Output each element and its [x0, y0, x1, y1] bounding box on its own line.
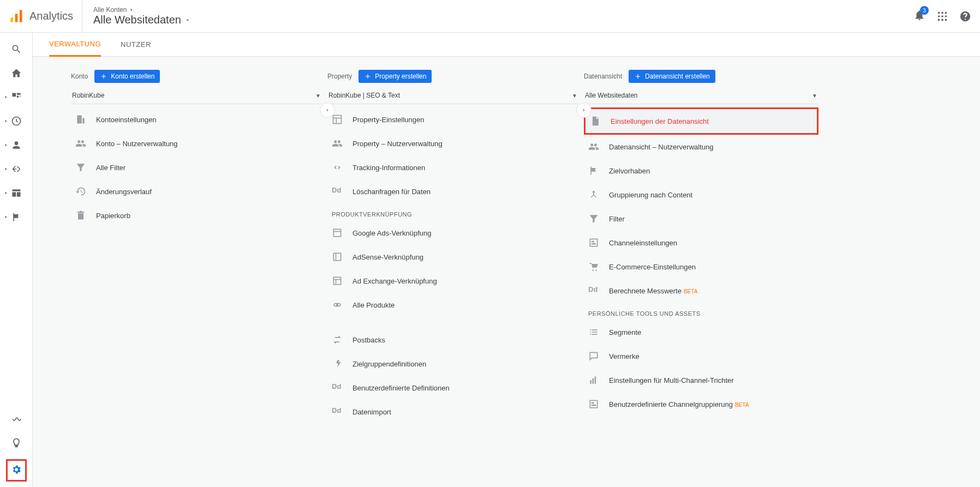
audience-definitions[interactable]: Zielgruppendefinitionen: [327, 352, 578, 376]
svg-rect-40: [591, 402, 594, 404]
segments[interactable]: Segmente: [584, 320, 818, 344]
svg-rect-25: [333, 253, 340, 260]
view-user-mgmt[interactable]: Datenansicht – Nutzerverwaltung: [584, 135, 818, 159]
adexchange-link[interactable]: Ad Exchange-Verknüpfung: [327, 269, 578, 293]
dd-icon: Dd: [332, 382, 343, 393]
multichannel-settings[interactable]: Einstellungen für Multi-Channel-Trichter: [584, 368, 818, 392]
home-icon[interactable]: [11, 68, 22, 79]
adsense-link[interactable]: AdSense-Verknüpfung: [327, 245, 578, 269]
notifications-button[interactable]: 3: [913, 9, 925, 23]
help-icon[interactable]: [959, 10, 971, 22]
nav-conversions[interactable]: [11, 212, 22, 223]
account-trash[interactable]: Papierkorb: [71, 203, 322, 227]
svg-rect-1: [15, 14, 18, 22]
view-filters[interactable]: Filter: [584, 207, 818, 231]
attribution-icon[interactable]: [11, 416, 22, 426]
create-account-button[interactable]: Konto erstellen: [94, 70, 160, 83]
goals[interactable]: Zielvorhaben: [584, 159, 818, 183]
property-user-mgmt[interactable]: Property – Nutzerverwaltung: [327, 131, 578, 155]
create-view-button[interactable]: Datenansicht erstellen: [629, 70, 715, 83]
menu-item-label: Vermerke: [609, 352, 640, 360]
main-content: VERWALTUNG NUTZER Konto Konto erstellen …: [33, 33, 980, 487]
column-arrow-right[interactable]: [576, 103, 591, 118]
chevron-right-icon: [3, 94, 9, 100]
svg-point-7: [941, 15, 943, 17]
menu-item-label: Änderungsverlauf: [96, 188, 152, 196]
svg-rect-41: [591, 405, 596, 406]
custom-definitions[interactable]: DdBenutzerdefinierte Definitionen: [327, 376, 578, 400]
header: Analytics Alle Konten Alle Websitedaten …: [0, 0, 980, 33]
svg-rect-14: [16, 96, 18, 98]
plus-icon: [634, 73, 642, 80]
menu-item-label: Postbacks: [352, 336, 385, 344]
svg-rect-18: [12, 192, 16, 196]
nav-audience[interactable]: [11, 140, 22, 151]
menu-item-label: Kontoeinstellungen: [96, 116, 157, 124]
svg-rect-19: [16, 192, 20, 196]
product-linking-header: PRODUKTVERKNÜPFUNG: [327, 203, 578, 221]
dd-icon: Dd: [588, 285, 599, 296]
nav-realtime[interactable]: [11, 116, 22, 127]
content-grouping[interactable]: Gruppierung nach Content: [584, 183, 818, 207]
delete-requests[interactable]: DdLöschanfragen für Daten: [327, 179, 578, 203]
logo-block[interactable]: Analytics: [9, 9, 82, 24]
custom-channel-grouping[interactable]: Benutzerdefinierte ChannelgruppierungBET…: [584, 392, 818, 416]
postbacks[interactable]: Postbacks: [327, 328, 578, 352]
data-import[interactable]: DdDatenimport: [327, 400, 578, 424]
account-selector[interactable]: Alle Konten Alle Websitedaten: [82, 0, 191, 33]
property-column: Property Property erstellen RobinKube | …: [327, 70, 584, 424]
tab-users[interactable]: NUTZER: [121, 33, 151, 57]
accounts-link[interactable]: Alle Konten: [93, 6, 191, 14]
nav-acquisition[interactable]: [11, 164, 22, 175]
account-selector-dropdown[interactable]: RobinKube▼: [71, 88, 322, 104]
create-property-button[interactable]: Property erstellen: [358, 70, 432, 83]
menu-item-label: Datenimport: [352, 408, 391, 416]
nav-customization[interactable]: [11, 92, 22, 103]
menu-item-label: Channeleinstellungen: [609, 239, 677, 247]
account-settings[interactable]: Kontoeinstellungen: [71, 107, 322, 131]
chevron-right-icon: [3, 214, 9, 220]
account-changelog[interactable]: Änderungsverlauf: [71, 179, 322, 203]
left-sidebar: [0, 33, 33, 487]
view-name[interactable]: Alle Websitedaten: [93, 14, 191, 26]
view-settings[interactable]: Einstellungen der Datenansicht: [585, 109, 817, 133]
menu-item-label: Löschanfragen für Daten: [352, 188, 431, 196]
property-selector-dropdown[interactable]: RobinKube | SEO & Text▼: [327, 88, 578, 104]
users-icon: [75, 138, 86, 149]
account-user-mgmt[interactable]: Konto – Nutzerverwaltung: [71, 131, 322, 155]
menu-item-label: Benutzerdefinierte Definitionen: [352, 384, 450, 392]
calculated-metrics[interactable]: DdBerechnete MesswerteBETA: [584, 279, 818, 303]
annotations[interactable]: Vermerke: [584, 344, 818, 368]
view-settings-highlighted: Einstellungen der Datenansicht: [584, 107, 818, 135]
funnel-icon: [588, 213, 599, 224]
cart-icon: [588, 261, 599, 272]
box-icon: [332, 275, 343, 286]
all-products[interactable]: Alle Produkte: [327, 293, 578, 317]
clock-icon: [11, 116, 22, 127]
caret-down-icon: ▼: [572, 93, 577, 99]
svg-point-32: [338, 304, 340, 305]
svg-point-8: [945, 15, 947, 17]
google-ads-link[interactable]: Google Ads-Verknüpfung: [327, 221, 578, 245]
svg-rect-37: [593, 378, 594, 384]
tracking-info[interactable]: Tracking-Informationen: [327, 155, 578, 179]
caret-down-icon: ▼: [812, 93, 817, 99]
file-icon: [590, 116, 601, 127]
ecommerce-settings[interactable]: E-Commerce-Einstellungen: [584, 255, 818, 279]
view-selector-dropdown[interactable]: Alle Websitedaten▼: [584, 88, 818, 104]
admin-gear-highlighted[interactable]: [6, 459, 27, 482]
discover-icon[interactable]: [11, 437, 22, 448]
account-filters[interactable]: Alle Filter: [71, 155, 322, 179]
menu-item-label: Gruppierung nach Content: [609, 191, 692, 199]
menu-item-label: Zielgruppendefinitionen: [352, 360, 426, 368]
column-arrow-right[interactable]: [320, 103, 335, 118]
search-icon[interactable]: [11, 44, 22, 55]
view-col-title: Datenansicht: [584, 73, 622, 80]
tab-admin[interactable]: VERWALTUNG: [49, 33, 101, 57]
merge-icon: [588, 189, 599, 200]
plus-icon: [364, 73, 372, 80]
nav-behavior[interactable]: [11, 188, 22, 199]
channel-settings[interactable]: Channeleinstellungen: [584, 231, 818, 255]
apps-icon[interactable]: [936, 10, 948, 22]
property-settings[interactable]: Property-Einstellungen: [327, 107, 578, 131]
